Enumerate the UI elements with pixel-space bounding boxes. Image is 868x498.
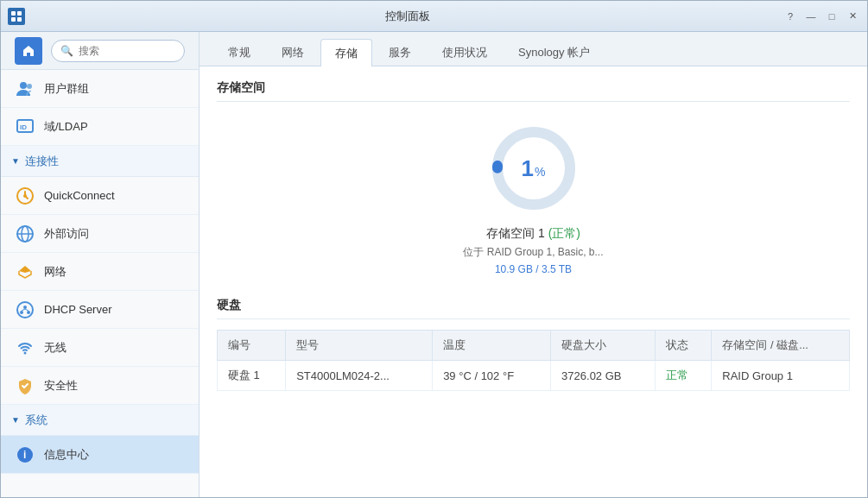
sidebar-item-network-label: 网络 bbox=[44, 264, 67, 280]
tab-network[interactable]: 网络 bbox=[267, 38, 319, 66]
col-header-number: 编号 bbox=[218, 331, 286, 361]
chevron-down-icon-system: ▼ bbox=[11, 415, 20, 425]
main-window: 控制面板 ? — □ ✕ 🔍 bbox=[0, 0, 868, 498]
sidebar-item-wireless-label: 无线 bbox=[44, 340, 67, 356]
sidebar-item-dhcp-label: DHCP Server bbox=[44, 303, 112, 316]
tab-general[interactable]: 常规 bbox=[213, 38, 265, 66]
disk-number: 硬盘 1 bbox=[218, 361, 286, 391]
disk-size: 3726.02 GB bbox=[551, 361, 656, 391]
search-icon: 🔍 bbox=[60, 45, 73, 57]
sidebar-item-network[interactable]: 网络 bbox=[1, 253, 199, 291]
sidebar-item-domain-label: 域/LDAP bbox=[44, 119, 88, 135]
window-controls: ? — □ ✕ bbox=[782, 9, 860, 24]
svg-point-9 bbox=[23, 194, 27, 198]
svg-point-14 bbox=[23, 306, 27, 309]
storage-section-title: 存储空间 bbox=[217, 80, 850, 102]
svg-text:ID: ID bbox=[20, 123, 27, 131]
disk-table: 编号 型号 温度 硬盘大小 状态 存储空间 / 磁盘... 硬盘 1 bbox=[217, 330, 850, 391]
tab-usage[interactable]: 使用状况 bbox=[428, 38, 502, 66]
storage-donut-chart: 1 % bbox=[486, 121, 581, 216]
volume-usage: 10.9 GB / 3.5 TB bbox=[495, 263, 572, 275]
content-area: 🔍 用户群组 bbox=[1, 32, 867, 497]
restore-button[interactable]: □ bbox=[824, 9, 839, 24]
disk-status: 正常 bbox=[655, 361, 711, 391]
chevron-down-icon: ▼ bbox=[11, 156, 20, 166]
titlebar: 控制面板 ? — □ ✕ bbox=[1, 1, 867, 32]
col-header-size: 硬盘大小 bbox=[551, 331, 656, 361]
svg-point-19 bbox=[24, 351, 27, 354]
sidebar-item-security-label: 安全性 bbox=[44, 378, 78, 394]
sidebar-item-user-group-label: 用户群组 bbox=[44, 81, 89, 97]
svg-rect-0 bbox=[11, 11, 16, 16]
table-row[interactable]: 硬盘 1 ST4000LM024-2... 39 °C / 102 °F 372… bbox=[218, 361, 850, 391]
sidebar-item-external-access-label: 外部访问 bbox=[44, 226, 89, 242]
sidebar-item-quickconnect[interactable]: QuickConnect bbox=[1, 177, 199, 215]
user-group-icon bbox=[15, 79, 35, 99]
donut-percent-number: 1 bbox=[522, 155, 534, 182]
disk-model: ST4000LM024-2... bbox=[286, 361, 433, 391]
app-icon bbox=[8, 8, 25, 25]
col-header-model: 型号 bbox=[286, 331, 433, 361]
sidebar-item-user-group[interactable]: 用户群组 bbox=[1, 70, 199, 108]
disk-storage: RAID Group 1 bbox=[712, 361, 850, 391]
tab-services[interactable]: 服务 bbox=[374, 38, 426, 66]
search-box[interactable]: 🔍 bbox=[51, 40, 185, 62]
system-group-label: 系统 bbox=[25, 413, 48, 428]
col-header-temp: 温度 bbox=[433, 331, 551, 361]
sidebar-home: 🔍 bbox=[1, 32, 199, 70]
svg-rect-3 bbox=[17, 17, 22, 22]
svg-text:i: i bbox=[23, 449, 26, 461]
search-input[interactable] bbox=[79, 45, 175, 57]
sidebar-item-domain-ldap[interactable]: ID 域/LDAP bbox=[1, 108, 199, 146]
network-icon bbox=[15, 262, 35, 282]
svg-point-5 bbox=[27, 84, 32, 89]
connectivity-group-header[interactable]: ▼ 连接性 bbox=[1, 146, 199, 177]
home-button[interactable] bbox=[15, 37, 42, 65]
tab-bar: 常规 网络 存储 服务 使用状况 Synology 帐户 bbox=[200, 32, 867, 66]
volume-status: (正常) bbox=[548, 226, 580, 240]
dhcp-icon bbox=[15, 299, 35, 320]
disk-section: 硬盘 编号 型号 温度 硬盘大小 状态 存储空间 / 磁盘... bbox=[217, 298, 850, 391]
right-panel: 常规 网络 存储 服务 使用状况 Synology 帐户 bbox=[200, 32, 867, 497]
storage-block: 1 % 存储空间 1 (正常) 位于 RAID Group 1, Basic, … bbox=[217, 112, 850, 284]
volume-location: 位于 RAID Group 1, Basic, b... bbox=[463, 245, 603, 260]
domain-icon: ID bbox=[15, 117, 35, 137]
quickconnect-icon bbox=[15, 186, 35, 206]
system-group-header[interactable]: ▼ 系统 bbox=[1, 405, 199, 436]
svg-point-15 bbox=[20, 311, 23, 314]
connectivity-group-label: 连接性 bbox=[25, 154, 59, 169]
svg-line-18 bbox=[25, 309, 29, 311]
sidebar-item-quickconnect-label: QuickConnect bbox=[44, 189, 115, 202]
volume-name: 存储空间 1 (正常) bbox=[486, 226, 580, 242]
sidebar-item-dhcp[interactable]: DHCP Server bbox=[1, 291, 199, 329]
disk-temp: 39 °C / 102 °F bbox=[433, 361, 551, 391]
svg-rect-2 bbox=[11, 17, 16, 22]
svg-point-4 bbox=[20, 82, 27, 89]
close-button[interactable]: ✕ bbox=[845, 9, 860, 24]
external-access-icon bbox=[15, 224, 35, 244]
tab-synology-account[interactable]: Synology 帐户 bbox=[504, 38, 605, 66]
minimize-button[interactable]: — bbox=[803, 9, 819, 24]
donut-center: 1 % bbox=[522, 155, 546, 182]
sidebar-item-info-center-label: 信息中心 bbox=[44, 447, 89, 463]
wireless-icon bbox=[15, 337, 35, 358]
main-content: 存储空间 1 % bbox=[200, 66, 867, 497]
sidebar-item-external-access[interactable]: 外部访问 bbox=[1, 215, 199, 253]
svg-rect-1 bbox=[17, 11, 22, 16]
sidebar: 🔍 用户群组 bbox=[1, 32, 200, 497]
help-button[interactable]: ? bbox=[782, 9, 798, 24]
col-header-storage: 存储空间 / 磁盘... bbox=[712, 331, 850, 361]
security-icon bbox=[15, 375, 35, 396]
col-header-status: 状态 bbox=[655, 331, 711, 361]
tab-storage[interactable]: 存储 bbox=[320, 39, 372, 66]
window-title: 控制面板 bbox=[32, 9, 782, 24]
sidebar-item-info-center[interactable]: i 信息中心 bbox=[1, 436, 199, 474]
svg-point-16 bbox=[27, 311, 30, 314]
sidebar-item-wireless[interactable]: 无线 bbox=[1, 329, 199, 367]
disk-section-title: 硬盘 bbox=[217, 298, 850, 319]
sidebar-item-security[interactable]: 安全性 bbox=[1, 367, 199, 405]
svg-line-17 bbox=[22, 309, 25, 311]
donut-percent-symbol: % bbox=[535, 165, 545, 179]
svg-point-13 bbox=[17, 302, 33, 318]
info-center-icon: i bbox=[15, 444, 35, 465]
